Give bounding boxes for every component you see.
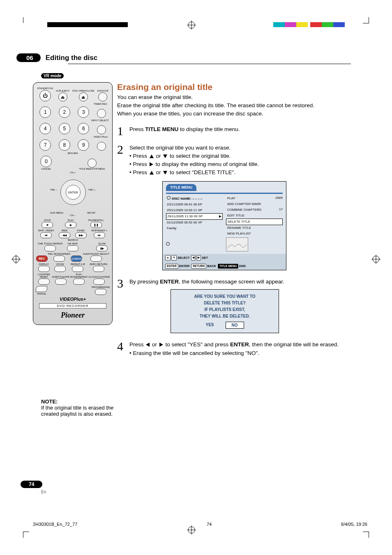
osd-title-menu: TITLE MENU DISC NAME: – – – – 23/11/2005… xyxy=(162,181,286,271)
register-mark-top xyxy=(187,21,196,30)
step-4: 4 Press or to select "YES" and press ENT… xyxy=(117,341,363,357)
crop-mark xyxy=(363,17,369,23)
section-heading: Erasing an original title xyxy=(117,82,363,92)
register-mark-right xyxy=(371,255,380,264)
crop-mark xyxy=(23,17,29,23)
dialog-yes: YES xyxy=(205,322,214,329)
up-icon xyxy=(150,171,154,175)
register-mark-bottom xyxy=(187,525,196,534)
remote-illustration: STANDBY/ON⏻ VCR EJECT⏏ DVD OPEN/CLOSE⏏ D… xyxy=(33,82,113,325)
right-icon xyxy=(150,162,153,166)
intro-line: When you erase the titles, you can incre… xyxy=(117,110,363,117)
print-footer: 2H30301B_En_72_77 74 8/4/05, 19:26 xyxy=(33,522,367,527)
step-2: 2 Select the original title you want to … xyxy=(117,144,363,271)
intro-line: Erase the original title after checking … xyxy=(117,102,363,109)
up-icon xyxy=(150,154,154,158)
crop-mark xyxy=(363,532,369,538)
down-icon xyxy=(163,171,167,175)
note-block: NOTE: If the original title is erased th… xyxy=(41,398,131,417)
crop-mark xyxy=(23,532,29,538)
left-icon xyxy=(146,343,150,347)
page-lang: En xyxy=(41,490,46,494)
page-number: 74 xyxy=(21,481,42,488)
step-3: 3 By pressing ENTER, the following messa… xyxy=(117,278,363,333)
right-icon xyxy=(159,343,163,347)
vr-mode-badge: VR mode xyxy=(41,73,64,78)
dialog-no: NO xyxy=(226,322,244,329)
step-1: 1 Press TITLE MENU to display the title … xyxy=(117,125,363,136)
chapter-number: 06 xyxy=(16,53,41,62)
confirm-dialog: ARE YOU SURE YOU WANT TO DELETE THIS TIT… xyxy=(171,289,279,333)
intro-line: You can erase the original title. xyxy=(117,94,363,101)
down-icon xyxy=(163,154,167,158)
chapter-title: Editing the disc xyxy=(46,54,98,62)
chapter-header: 06 Editing the disc xyxy=(16,53,371,62)
